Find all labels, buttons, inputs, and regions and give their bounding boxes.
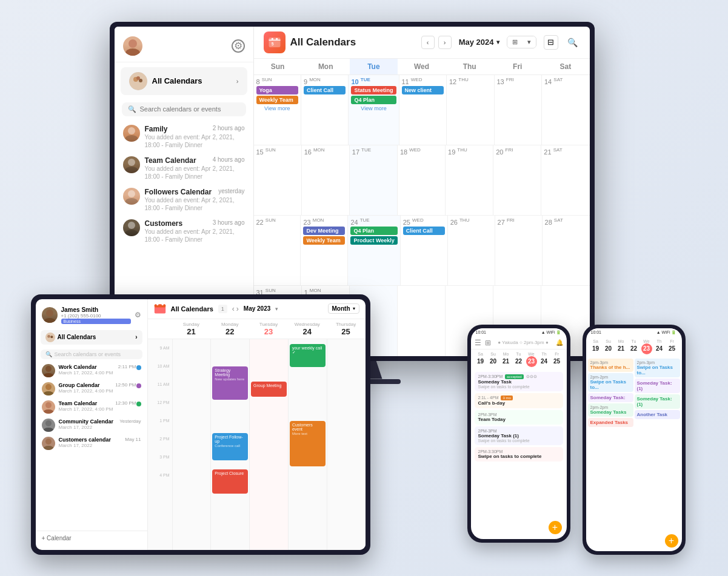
phone-event-item[interactable]: 2PM-3:30PM Swipe on tasks to complete (475, 447, 563, 462)
cal-cell[interactable]: 15 SUN (254, 145, 302, 215)
event-pill[interactable]: Weekly Team (256, 96, 298, 104)
cal-cell[interactable]: 24 TUE Q4 Plan Product Weekly (348, 216, 400, 285)
phone-right-event[interactable]: 2pm-2pm Someday Tasks (588, 403, 633, 417)
cal-cell[interactable]: 26 THU (448, 216, 495, 285)
view-dropdown-btn[interactable]: ▾ (523, 36, 536, 48)
chevron-down-icon: ▾ (275, 306, 278, 312)
cal-cell[interactable]: 19 THU (446, 145, 493, 215)
phone-right-event[interactable]: Someday Task: (1) (635, 394, 680, 409)
svg-point-19 (46, 310, 53, 317)
phone-right-event[interactable]: Another Task (635, 410, 680, 419)
phone-fab[interactable]: + (549, 521, 562, 534)
cal-cell[interactable]: 9 MON Client Call (301, 75, 349, 145)
sidebar-calendar-item[interactable]: Followers Calendar yesterday You added a… (115, 184, 253, 216)
search-input[interactable] (140, 105, 240, 113)
cal-cell[interactable]: 11 WED New client (399, 75, 447, 145)
month-selector[interactable]: May 2024 ▾ (459, 38, 499, 47)
bell-icon[interactable]: 🔔 (556, 339, 563, 346)
tablet-event[interactable]: Customers eventMore text (290, 421, 326, 466)
settings-icon[interactable] (232, 39, 245, 53)
event-pill[interactable]: Client Call (403, 227, 445, 235)
event-pill[interactable]: Client Call (304, 86, 346, 94)
cal-cell[interactable]: 20 FRI (493, 145, 541, 215)
phone-right-event[interactable]: Expanded Tasks (588, 418, 633, 427)
cal-cell[interactable]: 27 FRI (495, 216, 543, 285)
tablet-main: All Calendars 1 ‹ › May 2023 ▾ Month ▾ (148, 299, 366, 550)
tablet-event[interactable]: Project Closure (212, 469, 248, 494)
tablet-view-selector[interactable]: Month ▾ (328, 303, 359, 314)
svg-point-1 (125, 48, 140, 56)
event-pill[interactable]: Q4 Plan (350, 227, 397, 235)
tablet-day-col: Monday 22 (210, 319, 249, 339)
grid-icon[interactable]: ⊞ (485, 339, 491, 347)
cal-cell[interactable]: 23 MON Dev Meeting Weekly Team (301, 216, 348, 285)
cal-cell[interactable] (398, 286, 446, 356)
view-more-link[interactable]: View more (351, 105, 396, 111)
tablet-settings-icon[interactable]: ⚙ (135, 311, 141, 319)
menu-icon[interactable]: ☰ (475, 339, 481, 347)
tablet-cal-item[interactable]: Group Calendar March 17, 2022, 4:00 PM 1… (36, 380, 147, 398)
event-pill[interactable]: New client (402, 86, 444, 94)
tablet-cal-item[interactable]: Team Calendar March 17, 2022, 4:00 PM 12… (36, 398, 147, 416)
sidebar-calendar-item[interactable]: Customers 3 hours ago You added an event… (115, 216, 253, 247)
sidebar-calendar-item[interactable]: Family 2 hours ago You added an event: A… (115, 121, 253, 153)
tablet-event[interactable]: Project Follow-upConference call (212, 433, 248, 460)
day-tue: Tue (350, 59, 398, 74)
phone-right-event[interactable]: Someday Task: (1) (635, 379, 680, 393)
phone-right-event[interactable]: 2pm-3pm Swipe on Tasks to... (635, 359, 680, 377)
cal-cell[interactable]: 22 SUN (254, 216, 301, 285)
next-arrow[interactable]: › (438, 36, 452, 49)
event-pill[interactable]: Q4 Plan (351, 96, 396, 104)
tablet-add-calendar-btn[interactable]: + Calendar (36, 531, 147, 545)
cal-cell[interactable]: 12 THU (447, 75, 495, 145)
grid-view-btn[interactable]: ⊞ (507, 36, 523, 48)
search-button[interactable]: 🔍 (566, 35, 580, 50)
tablet-cal-item[interactable]: Customers calendar March 17, 2022 May 11 (36, 434, 147, 452)
phone-events-list: 2PM-3:30PM accepted ⊙⊙⊙ Someday Task Swi… (471, 369, 567, 539)
event-pill[interactable]: Weekly Team (303, 236, 345, 245)
cal-cell[interactable]: 18 WED (398, 145, 446, 215)
phone-event-item[interactable]: 2PM-3PM Someday Task (1) Swipe on tasks … (475, 426, 563, 445)
event-pill[interactable]: Product Weekly (350, 236, 397, 245)
tablet-search-bar[interactable]: 🔍 Search calendars or events (41, 349, 142, 359)
tablet-event[interactable]: your weekly call ✓ (290, 344, 326, 367)
search-icon: 🔍 (128, 105, 136, 113)
phone-week-row: Sa 19 Su 20 Mo 21 Tu 22 (471, 349, 567, 369)
sidebar-toggle-btn[interactable]: ⊟ (544, 35, 558, 50)
cal-cell[interactable]: 13 FRI (495, 75, 543, 145)
cal-cell[interactable]: 25 WED Client Call (401, 216, 448, 285)
tablet-cal-item[interactable]: Community Calendar March 17, 2022 Yester… (36, 416, 147, 434)
cal-cell[interactable]: 14 SAT (542, 75, 590, 145)
phone-right-event[interactable]: 2pm-2pm Swipe on Tasks to... (588, 373, 633, 392)
phone-right-fab[interactable]: + (665, 534, 678, 548)
phone-event-item[interactable]: 2PM-3:30PM accepted ⊙⊙⊙ Someday Task Swi… (475, 372, 563, 391)
phone-right-event[interactable]: 2pm-3pm Thanks of the h... (588, 359, 633, 372)
tablet-prev-arrow[interactable]: ‹ (232, 305, 235, 313)
view-more-link[interactable]: View more (256, 105, 298, 111)
tablet-next-arrow[interactable]: › (236, 305, 239, 313)
phone-left-device: 10:01 ▲ WiFi 🔋 ☰ ⊞ ● Yakuda ○ 2pm-3pm ● … (467, 325, 570, 543)
tablet-event[interactable]: Strategy MeetingNew updates here (212, 366, 248, 400)
prev-arrow[interactable]: ‹ (421, 36, 435, 49)
phone-right-content: 2pm-3pm Thanks of the h... 2pm-2pm Swipe… (586, 357, 682, 551)
day-thu: Thu (446, 59, 493, 74)
cal-cell[interactable]: 28 SAT (543, 216, 590, 285)
tablet-day-col: Sunday 21 (172, 319, 211, 339)
cal-cell[interactable]: 8 SUN Yoga Weekly Team View more (254, 75, 301, 145)
phone-right-event[interactable]: Someday Task: (588, 393, 633, 402)
phone-event-item[interactable]: 2PM-3PM Team Today (475, 410, 563, 425)
cal-cell-today[interactable]: 10 TUE Status Meeting Q4 Plan View more (349, 75, 399, 145)
cal-cell[interactable]: 21 SAT (541, 145, 589, 215)
tablet-event[interactable]: Group Meeting (251, 382, 287, 397)
cal-cell[interactable]: 16 MON (302, 145, 350, 215)
tablet-cal-item[interactable]: Work Calendar March 17, 2022, 4:00 PM 2:… (36, 362, 147, 380)
phone-event-item[interactable]: 2:1L - 4PM 3 mo Call's b-day (475, 393, 563, 408)
all-calendars-button[interactable]: All Calendars › (121, 67, 247, 95)
event-pill[interactable]: Yoga (256, 86, 298, 94)
event-pill[interactable]: Dev Meeting (303, 227, 345, 235)
phone-header: ☰ ⊞ ● Yakuda ○ 2pm-3pm ● 🔔 (471, 337, 567, 349)
sidebar-calendar-item[interactable]: Team Calendar 4 hours ago You added an e… (115, 153, 253, 184)
event-pill[interactable]: Status Meeting (351, 86, 396, 94)
cal-cell[interactable]: 17 TUE (350, 145, 398, 215)
tablet-all-calendars-btn[interactable]: All Calendars › (41, 330, 142, 345)
